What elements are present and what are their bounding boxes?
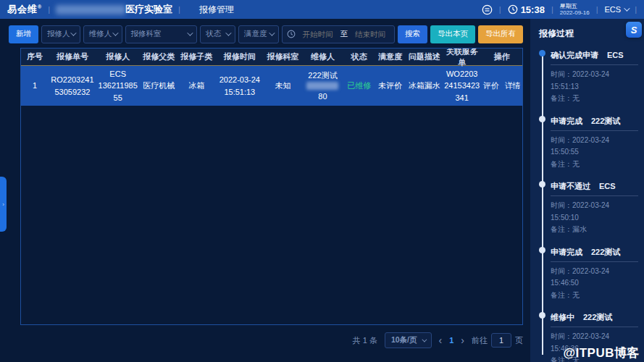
timeline-dot — [539, 312, 545, 319]
cell-sub-type: 冰箱 — [178, 78, 214, 93]
col-header-report-time: 报修时间 — [214, 51, 264, 62]
sidebar-expand-handle[interactable]: › — [0, 177, 7, 232]
step-title: 申请不通过 — [551, 181, 590, 192]
page-unit-label: 页 — [515, 335, 523, 346]
message-icon[interactable] — [482, 4, 493, 15]
cell-index: 1 — [21, 78, 49, 93]
chevron-down-icon — [269, 30, 275, 35]
nav-tab-repair-management[interactable]: 报修管理 — [199, 4, 234, 16]
timeline-dot — [539, 116, 545, 122]
add-button[interactable]: 新增 — [9, 25, 38, 43]
main-content: 新增 报修人 维修人 报修科室 状态 满意度 — [0, 19, 527, 362]
topbar-date: 星期五 2022-09-16 — [560, 3, 590, 16]
divider: | — [551, 5, 553, 14]
user-menu[interactable]: ECS — [605, 5, 629, 14]
step-actor: 222测试 — [591, 247, 620, 258]
process-timeline: 确认完成申请 ECS 时间：2022-03-24 15:51:13 备注：无 申… — [539, 50, 638, 362]
topbar-time: 15:38 — [521, 4, 545, 15]
col-header-repairer: 维修人 — [301, 51, 345, 62]
widget-logo-icon: S — [631, 25, 637, 35]
floating-widget-button[interactable]: S — [626, 22, 642, 38]
filter-toolbar: 新增 报修人 维修人 报修科室 状态 满意度 — [9, 25, 523, 43]
table-header-row: 序号 报修单号 报修人 报修父类 报修子类 报修时间 报修科室 维修人 状态 满… — [21, 49, 522, 66]
chevron-down-icon — [624, 5, 630, 11]
redacted-repairer-phone — [306, 82, 338, 90]
prev-page-button[interactable]: ‹ — [439, 334, 443, 346]
timeline-line — [542, 54, 543, 355]
filter-satisfaction-select[interactable]: 满意度 — [238, 25, 278, 43]
page-size-label: 10条/页 — [391, 335, 417, 345]
timeline-item: 申请完成 222测试 时间：2022-03-24 15:50:55 备注：无 — [551, 116, 638, 171]
timeline-item: 申请不通过 ECS 时间：2022-03-24 15:50:10 备注：漏水 — [551, 181, 638, 236]
filter-repairer-select[interactable]: 维修人 — [83, 25, 122, 43]
rate-link[interactable]: 评价 — [483, 80, 499, 92]
step-actor: ECS — [599, 182, 616, 190]
date-to-label: 至 — [340, 29, 348, 39]
date-range-picker[interactable]: 至 — [282, 25, 396, 43]
step-title: 申请完成 — [551, 116, 582, 127]
col-header-parent-type: 报修父类 — [140, 51, 178, 62]
export-page-button[interactable]: 导出本页 — [430, 25, 475, 43]
step-note: 备注：漏水 — [551, 224, 638, 236]
app-logo-text: 易会维 — [7, 4, 38, 14]
cell-service-order: WO220324153423341 — [443, 67, 481, 106]
search-button[interactable]: 搜索 — [398, 25, 427, 43]
col-header-satisfaction: 满意度 — [374, 51, 406, 62]
redacted-company-name — [56, 5, 125, 14]
next-page-button[interactable]: › — [461, 334, 464, 346]
export-all-button[interactable]: 导出所有 — [478, 25, 523, 43]
step-title: 申请完成 — [551, 247, 582, 258]
clock-icon — [287, 30, 296, 38]
reporter-phone: 13621198555 — [98, 80, 138, 104]
goto-page-input[interactable] — [491, 333, 511, 348]
reporter-name: ECS — [109, 68, 126, 80]
divider: | — [48, 5, 50, 14]
step-note: 备注：无 — [551, 159, 638, 171]
cell-order-no: RO220324153059232 — [49, 72, 96, 99]
weekday-label: 星期五 — [560, 3, 590, 9]
filter-reporter-select[interactable]: 报修人 — [41, 25, 80, 43]
page-size-select[interactable]: 10条/页 — [385, 332, 432, 348]
itpub-watermark: @ITPUB博客 — [563, 345, 640, 361]
status-badge: 已维修 — [344, 78, 374, 93]
user-name: ECS — [605, 5, 622, 14]
table-row[interactable]: 1 RO220324153059232 ECS 13621198555 医疗机械… — [21, 66, 522, 106]
step-time: 时间：2022-03-24 15:50:55 — [551, 135, 638, 159]
end-time-input[interactable] — [351, 30, 390, 38]
step-time: 时间：2022-03-24 15:46:50 — [551, 266, 638, 290]
cell-description: 冰箱漏水 — [406, 78, 443, 93]
col-header-department: 报修科室 — [264, 51, 301, 62]
step-time: 时间：2022-03-24 15:51:13 — [551, 69, 638, 93]
clock-icon — [508, 4, 518, 14]
timeline-dot — [539, 247, 545, 253]
col-header-index: 序号 — [21, 51, 49, 62]
step-title: 确认完成申请 — [551, 50, 598, 61]
start-time-input[interactable] — [298, 30, 338, 38]
col-header-status: 状态 — [344, 51, 374, 62]
detail-link[interactable]: 详情 — [505, 80, 521, 92]
cell-satisfaction: 未评价 — [374, 78, 406, 93]
filter-status-select[interactable]: 状态 — [200, 25, 235, 43]
step-actor: ECS — [607, 51, 624, 59]
chevron-down-icon — [187, 30, 193, 35]
current-page-button[interactable]: 1 — [449, 336, 453, 345]
filter-repairer-label: 维修人 — [89, 29, 112, 39]
timeline-item: 确认完成申请 ECS 时间：2022-03-24 15:51:13 备注：无 — [551, 50, 638, 105]
panel-title: 报修过程 — [539, 28, 638, 40]
divider: | — [178, 5, 180, 14]
step-title: 维修中 — [551, 312, 574, 323]
cell-parent-type: 医疗机械 — [140, 78, 178, 93]
step-note: 备注：无 — [551, 290, 638, 302]
chevron-down-icon — [112, 30, 118, 35]
repair-orders-table: 序号 报修单号 报修人 报修父类 报修子类 报修时间 报修科室 维修人 状态 满… — [20, 48, 523, 325]
topbar: 易会维® | 医疗实验室 | 报修管理 | 15:38 | — [0, 0, 644, 19]
col-header-actions: 操作 — [481, 51, 522, 62]
repair-process-panel: 报修过程 确认完成申请 ECS 时间：2022-03-24 15:51:13 备… — [530, 19, 644, 362]
timeline-item: 申请完成 222测试 时间：2022-03-24 15:46:50 备注：无 — [551, 247, 638, 302]
filter-department-select[interactable]: 报修科室 — [125, 25, 198, 43]
col-header-reporter: 报修人 — [96, 51, 140, 62]
step-actor: 222测试 — [591, 116, 620, 127]
cell-repairer: 222测试 80 — [301, 68, 345, 104]
repairer-name: 222测试 — [308, 70, 337, 82]
workspace-title: 医疗实验室 — [125, 3, 172, 16]
